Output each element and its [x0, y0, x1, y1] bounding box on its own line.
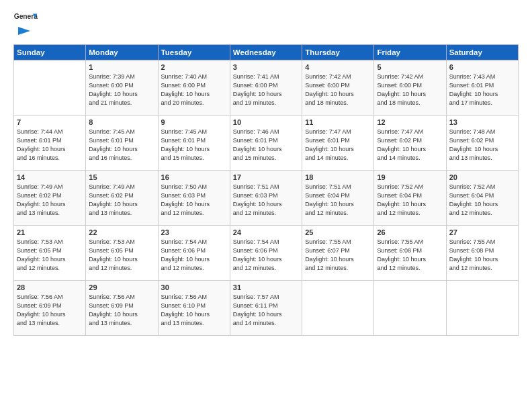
day-number: 19 [377, 173, 443, 181]
calendar-cell: 8Sunrise: 7:45 AM Sunset: 6:01 PM Daylig… [86, 116, 158, 171]
day-info: Sunrise: 7:44 AM Sunset: 6:01 PM Dayligh… [17, 128, 83, 163]
day-number: 24 [233, 228, 299, 236]
calendar-cell: 20Sunrise: 7:52 AM Sunset: 6:04 PM Dayli… [446, 171, 518, 226]
calendar-cell: 3Sunrise: 7:41 AM Sunset: 6:00 PM Daylig… [230, 60, 302, 116]
calendar-cell: 13Sunrise: 7:48 AM Sunset: 6:02 PM Dayli… [446, 116, 518, 171]
day-info: Sunrise: 7:43 AM Sunset: 6:01 PM Dayligh… [449, 73, 515, 107]
day-info: Sunrise: 7:45 AM Sunset: 6:01 PM Dayligh… [161, 128, 227, 163]
day-number: 16 [161, 173, 227, 181]
calendar-table: SundayMondayTuesdayWednesdayThursdayFrid… [13, 44, 519, 336]
day-number: 8 [89, 118, 154, 126]
day-info: Sunrise: 7:49 AM Sunset: 6:02 PM Dayligh… [89, 183, 154, 218]
day-number: 6 [449, 63, 515, 71]
day-info: Sunrise: 7:55 AM Sunset: 6:08 PM Dayligh… [377, 238, 443, 273]
day-info: Sunrise: 7:53 AM Sunset: 6:05 PM Dayligh… [89, 238, 154, 273]
day-number: 21 [17, 228, 83, 236]
calendar-cell [302, 281, 374, 336]
calendar-week-row: 7Sunrise: 7:44 AM Sunset: 6:01 PM Daylig… [14, 116, 519, 171]
day-number: 30 [161, 283, 227, 291]
calendar-cell: 7Sunrise: 7:44 AM Sunset: 6:01 PM Daylig… [14, 116, 86, 171]
day-number: 12 [377, 118, 443, 126]
day-info: Sunrise: 7:47 AM Sunset: 6:01 PM Dayligh… [305, 128, 371, 163]
day-number: 11 [305, 118, 371, 126]
header-row: SundayMondayTuesdayWednesdayThursdayFrid… [14, 45, 519, 60]
day-info: Sunrise: 7:41 AM Sunset: 6:00 PM Dayligh… [233, 73, 299, 107]
day-number: 31 [233, 283, 299, 291]
day-number: 25 [305, 228, 371, 236]
day-info: Sunrise: 7:54 AM Sunset: 6:06 PM Dayligh… [161, 238, 227, 273]
calendar-cell: 25Sunrise: 7:55 AM Sunset: 6:07 PM Dayli… [302, 226, 374, 281]
calendar-cell: 1Sunrise: 7:39 AM Sunset: 6:00 PM Daylig… [86, 60, 158, 116]
day-info: Sunrise: 7:55 AM Sunset: 6:07 PM Dayligh… [305, 238, 371, 273]
calendar-cell: 2Sunrise: 7:40 AM Sunset: 6:00 PM Daylig… [158, 60, 230, 116]
day-number: 26 [377, 228, 443, 236]
calendar-cell: 26Sunrise: 7:55 AM Sunset: 6:08 PM Dayli… [374, 226, 446, 281]
day-info: Sunrise: 7:39 AM Sunset: 6:00 PM Dayligh… [89, 73, 154, 107]
day-number: 13 [449, 118, 515, 126]
day-info: Sunrise: 7:46 AM Sunset: 6:01 PM Dayligh… [233, 128, 299, 163]
day-number: 22 [89, 228, 154, 236]
calendar-cell: 16Sunrise: 7:50 AM Sunset: 6:03 PM Dayli… [158, 171, 230, 226]
day-number: 23 [161, 228, 227, 236]
calendar-cell: 19Sunrise: 7:52 AM Sunset: 6:04 PM Dayli… [374, 171, 446, 226]
calendar-cell [14, 60, 86, 116]
day-number: 7 [17, 118, 83, 126]
calendar-cell: 11Sunrise: 7:47 AM Sunset: 6:01 PM Dayli… [302, 116, 374, 171]
calendar-cell [374, 281, 446, 336]
svg-marker-2 [18, 27, 30, 35]
weekday-header: Saturday [446, 45, 518, 60]
calendar-week-row: 1Sunrise: 7:39 AM Sunset: 6:00 PM Daylig… [14, 60, 519, 116]
day-info: Sunrise: 7:40 AM Sunset: 6:00 PM Dayligh… [161, 73, 227, 107]
calendar-cell: 27Sunrise: 7:55 AM Sunset: 6:08 PM Dayli… [446, 226, 518, 281]
day-info: Sunrise: 7:52 AM Sunset: 6:04 PM Dayligh… [377, 183, 443, 218]
day-info: Sunrise: 7:51 AM Sunset: 6:04 PM Dayligh… [305, 183, 371, 218]
top-bar: General [13, 12, 519, 39]
day-info: Sunrise: 7:53 AM Sunset: 6:05 PM Dayligh… [17, 238, 83, 273]
day-info: Sunrise: 7:42 AM Sunset: 6:00 PM Dayligh… [305, 73, 371, 107]
day-info: Sunrise: 7:48 AM Sunset: 6:02 PM Dayligh… [449, 128, 515, 163]
day-number: 20 [449, 173, 515, 181]
logo-graphic: General [13, 12, 38, 24]
day-info: Sunrise: 7:56 AM Sunset: 6:09 PM Dayligh… [17, 293, 83, 328]
calendar-cell: 12Sunrise: 7:47 AM Sunset: 6:02 PM Dayli… [374, 116, 446, 171]
calendar-week-row: 21Sunrise: 7:53 AM Sunset: 6:05 PM Dayli… [14, 226, 519, 281]
day-info: Sunrise: 7:57 AM Sunset: 6:11 PM Dayligh… [233, 293, 299, 328]
weekday-header: Friday [374, 45, 446, 60]
weekday-header: Sunday [14, 45, 86, 60]
day-number: 9 [161, 118, 227, 126]
day-info: Sunrise: 7:47 AM Sunset: 6:02 PM Dayligh… [377, 128, 443, 163]
calendar-week-row: 14Sunrise: 7:49 AM Sunset: 6:02 PM Dayli… [14, 171, 519, 226]
calendar-cell [446, 281, 518, 336]
day-info: Sunrise: 7:45 AM Sunset: 6:01 PM Dayligh… [89, 128, 154, 163]
weekday-header: Wednesday [230, 45, 302, 60]
day-number: 17 [233, 173, 299, 181]
day-info: Sunrise: 7:56 AM Sunset: 6:10 PM Dayligh… [161, 293, 227, 328]
page: General SundayMondayTuesdayWednesdayThur… [0, 0, 532, 411]
calendar-cell: 21Sunrise: 7:53 AM Sunset: 6:05 PM Dayli… [14, 226, 86, 281]
day-info: Sunrise: 7:52 AM Sunset: 6:04 PM Dayligh… [449, 183, 515, 218]
day-number: 3 [233, 63, 299, 71]
day-number: 10 [233, 118, 299, 126]
day-number: 14 [17, 173, 83, 181]
calendar-cell: 15Sunrise: 7:49 AM Sunset: 6:02 PM Dayli… [86, 171, 158, 226]
day-number: 29 [89, 283, 154, 291]
day-info: Sunrise: 7:50 AM Sunset: 6:03 PM Dayligh… [161, 183, 227, 218]
day-number: 15 [89, 173, 154, 181]
calendar-cell: 28Sunrise: 7:56 AM Sunset: 6:09 PM Dayli… [14, 281, 86, 336]
day-number: 4 [305, 63, 371, 71]
weekday-header: Monday [86, 45, 158, 60]
day-info: Sunrise: 7:49 AM Sunset: 6:02 PM Dayligh… [17, 183, 83, 218]
day-info: Sunrise: 7:56 AM Sunset: 6:09 PM Dayligh… [89, 293, 154, 328]
calendar-cell: 29Sunrise: 7:56 AM Sunset: 6:09 PM Dayli… [86, 281, 158, 336]
calendar-cell: 22Sunrise: 7:53 AM Sunset: 6:05 PM Dayli… [86, 226, 158, 281]
weekday-header: Thursday [302, 45, 374, 60]
logo-flag-icon [17, 26, 32, 39]
calendar-cell: 10Sunrise: 7:46 AM Sunset: 6:01 PM Dayli… [230, 116, 302, 171]
day-number: 28 [17, 283, 83, 291]
calendar-cell: 24Sunrise: 7:54 AM Sunset: 6:06 PM Dayli… [230, 226, 302, 281]
day-number: 2 [161, 63, 227, 71]
calendar-cell: 9Sunrise: 7:45 AM Sunset: 6:01 PM Daylig… [158, 116, 230, 171]
day-info: Sunrise: 7:51 AM Sunset: 6:03 PM Dayligh… [233, 183, 299, 218]
calendar-cell: 4Sunrise: 7:42 AM Sunset: 6:00 PM Daylig… [302, 60, 374, 116]
calendar-cell: 5Sunrise: 7:42 AM Sunset: 6:00 PM Daylig… [374, 60, 446, 116]
